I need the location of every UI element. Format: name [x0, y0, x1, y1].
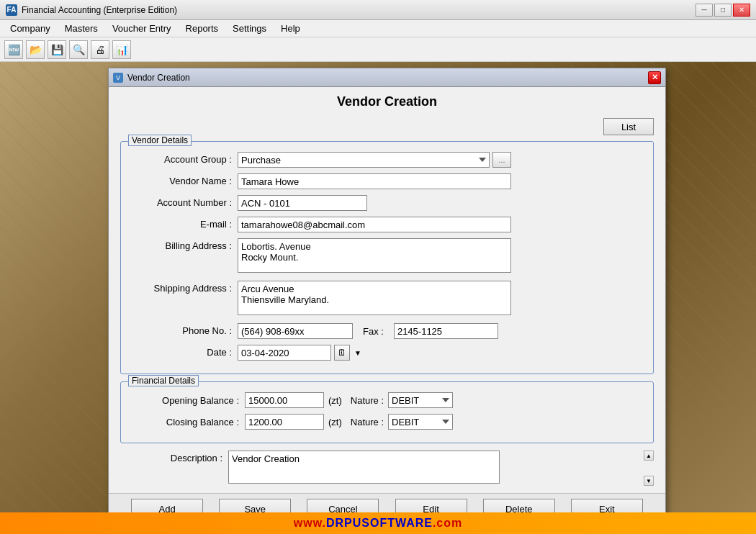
list-button[interactable]: List: [603, 118, 654, 135]
add-button[interactable]: Add: [131, 499, 203, 513]
shipping-address-label: Shipping Address :: [130, 281, 238, 294]
description-scroll-up[interactable]: ▲: [644, 451, 654, 461]
dialog-icon: V: [113, 73, 123, 83]
dialog-close-button[interactable]: ✕: [648, 71, 661, 84]
window-controls: ─ □ ✕: [696, 4, 750, 17]
menu-settings[interactable]: Settings: [225, 20, 274, 37]
vendor-name-input[interactable]: [238, 173, 511, 189]
phone-input[interactable]: [238, 323, 353, 339]
action-buttons-bar: Add Save Cancel Edit Delete Exit: [109, 493, 665, 512]
phone-fax-row: Phone No. : Fax :: [130, 323, 644, 339]
main-background: V Vendor Creation ✕ Vendor Creation List…: [0, 62, 756, 512]
shipping-address-row: Shipping Address : Arcu Avenue Thiensvil…: [130, 281, 644, 317]
description-scroll-down[interactable]: ▼: [644, 476, 654, 486]
account-group-label: Account Group :: [130, 152, 238, 165]
opening-balance-input[interactable]: [245, 392, 324, 408]
vendor-name-label: Vendor Name :: [130, 173, 238, 186]
menu-company[interactable]: Company: [3, 20, 58, 37]
maximize-button[interactable]: □: [714, 4, 732, 17]
financial-details-label: Financial Details: [128, 375, 199, 386]
date-row: Date : 🗓 ▼: [130, 345, 644, 361]
menu-reports[interactable]: Reports: [179, 20, 226, 37]
account-group-select[interactable]: Purchase Sales Expense Income: [238, 152, 490, 168]
date-label: Date :: [130, 345, 238, 358]
financial-details-section: Financial Details Opening Balance : (zt)…: [120, 381, 654, 443]
account-group-row: Account Group : Purchase Sales Expense I…: [130, 152, 644, 168]
vendor-name-row: Vendor Name :: [130, 173, 644, 189]
billing-address-input[interactable]: Lobortis. Avenue Rocky Mount.: [238, 238, 511, 273]
account-group-browse-button[interactable]: ...: [492, 152, 511, 168]
closing-balance-unit: (zt): [324, 417, 346, 427]
shipping-address-input[interactable]: Arcu Avenue Thiensville Maryland.: [238, 281, 511, 315]
opening-balance-row: Opening Balance : (zt) Nature : DEBIT CR…: [130, 392, 644, 408]
toolbar-chart[interactable]: 📊: [112, 40, 131, 59]
account-number-input[interactable]: [238, 195, 367, 211]
email-label: E-mail :: [130, 217, 238, 230]
toolbar: 🆕 📂 💾 🔍 🖨 📊: [0, 37, 756, 62]
toolbar-open[interactable]: 📂: [26, 40, 45, 59]
footer-text: www.DRPUSOFTWARE.com: [294, 517, 463, 530]
title-bar: FA Financial Accounting (Enterprise Edit…: [0, 0, 756, 20]
opening-balance-label: Opening Balance :: [130, 395, 245, 406]
toolbar-search[interactable]: 🔍: [69, 40, 88, 59]
delete-button[interactable]: Delete: [483, 499, 555, 513]
date-input[interactable]: [238, 345, 331, 361]
save-button[interactable]: Save: [219, 499, 291, 513]
vendor-details-label: Vendor Details: [128, 135, 192, 146]
opening-nature-label: Nature :: [346, 395, 388, 406]
description-label: Description :: [120, 451, 228, 463]
closing-balance-input[interactable]: [245, 414, 324, 430]
cancel-button[interactable]: Cancel: [307, 499, 379, 513]
dialog-title: Vendor Creation: [127, 73, 190, 83]
toolbar-save[interactable]: 💾: [48, 40, 66, 59]
date-dropdown-arrow: ▼: [353, 349, 361, 357]
closing-balance-label: Closing Balance :: [130, 417, 245, 427]
fax-input[interactable]: [394, 323, 498, 339]
description-row: Description : Vendor Creation ▲ ▼: [120, 451, 654, 486]
calendar-button[interactable]: 🗓: [334, 345, 350, 361]
opening-balance-unit: (zt): [324, 395, 346, 406]
email-input[interactable]: [238, 217, 511, 232]
closing-nature-label: Nature :: [346, 417, 388, 427]
edit-button[interactable]: Edit: [395, 499, 467, 513]
email-row: E-mail :: [130, 217, 644, 232]
dialog-title-bar: V Vendor Creation ✕: [109, 68, 665, 87]
billing-address-label: Billing Address :: [130, 238, 238, 251]
menu-help[interactable]: Help: [274, 20, 307, 37]
vendor-creation-dialog: V Vendor Creation ✕ Vendor Creation List…: [108, 68, 666, 512]
menu-masters[interactable]: Masters: [58, 20, 105, 37]
minimize-button[interactable]: ─: [696, 4, 713, 17]
exit-button[interactable]: Exit: [571, 499, 643, 513]
fax-label: Fax :: [359, 326, 388, 337]
close-button[interactable]: ✕: [733, 4, 750, 17]
dialog-main-title: Vendor Creation: [120, 94, 654, 109]
billing-address-row: Billing Address : Lobortis. Avenue Rocky…: [130, 238, 644, 275]
phone-label: Phone No. :: [130, 323, 238, 336]
toolbar-new[interactable]: 🆕: [4, 40, 23, 59]
menu-bar: Company Masters Voucher Entry Reports Se…: [0, 20, 756, 37]
app-title: Financial Accounting (Enterprise Edition…: [22, 5, 177, 15]
account-number-label: Account Number :: [130, 195, 238, 208]
app-icon: FA: [6, 4, 17, 16]
closing-balance-row: Closing Balance : (zt) Nature : DEBIT CR…: [130, 414, 644, 430]
vendor-details-section: Vendor Details Account Group : Purchase …: [120, 141, 654, 374]
closing-nature-select[interactable]: DEBIT CREDIT: [388, 414, 453, 430]
menu-voucher-entry[interactable]: Voucher Entry: [105, 20, 179, 37]
toolbar-print[interactable]: 🖨: [91, 40, 109, 59]
description-input[interactable]: Vendor Creation: [228, 451, 500, 484]
account-number-row: Account Number :: [130, 195, 644, 211]
dialog-body: Vendor Creation List Vendor Details Acco…: [109, 87, 665, 493]
footer-bar: www.DRPUSOFTWARE.com: [0, 512, 756, 534]
opening-nature-select[interactable]: DEBIT CREDIT: [388, 392, 453, 408]
